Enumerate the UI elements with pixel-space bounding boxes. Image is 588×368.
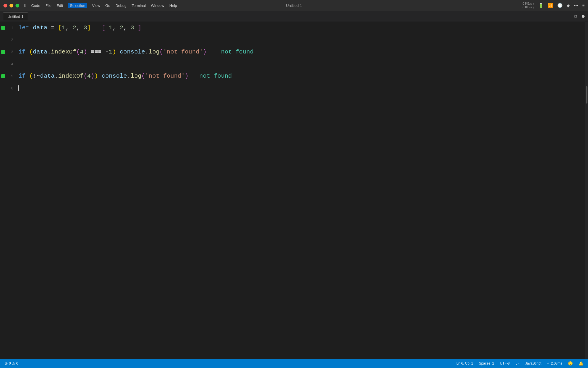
num-4a: 4 (80, 46, 84, 58)
num-1b: 1 (109, 22, 113, 34)
menu-selection[interactable]: Selection (68, 3, 87, 8)
menu-bar-left:  Code File Edit Selection View Go Debug… (3, 3, 177, 8)
apple-icon:  (24, 3, 26, 8)
comma4: , (123, 22, 131, 34)
dot1: . (47, 46, 51, 58)
comma1: , (65, 22, 73, 34)
paren-close1: ) (113, 46, 116, 58)
str-notfound2: 'not found' (145, 70, 185, 82)
output-notfound2: not found (188, 70, 232, 82)
scrollbar-thumb[interactable] (586, 86, 587, 103)
gutter-row-6: 6 (0, 82, 16, 94)
cursor (18, 85, 23, 91)
error-count[interactable]: ⊗ 0 ⚠ 0 (5, 361, 18, 366)
str-notfound1: 'not found' (163, 46, 203, 58)
warning-count-value: 0 (16, 361, 18, 365)
line-number-1: 1 (6, 26, 13, 30)
tab-left: Untitled-1 (3, 12, 28, 20)
menu-view[interactable]: View (92, 3, 100, 8)
menu-debug[interactable]: Debug (115, 3, 126, 8)
gutter: 1 2 3 4 5 6 (0, 22, 16, 359)
code-line-6 (16, 82, 585, 94)
op-bitnot: !~ (33, 70, 40, 82)
line-number-6: 6 (6, 86, 13, 91)
bracket-open2: [ (102, 22, 109, 34)
num-2a: 2 (73, 22, 76, 34)
smiley-icon[interactable]: 🙂 (568, 361, 573, 366)
method-indexof2: indexOf (58, 70, 84, 82)
window-title: Untitled-1 (286, 3, 302, 8)
line-ending[interactable]: LF (515, 361, 519, 365)
paren-close2: ) (84, 46, 87, 58)
list-icon: ≡ (582, 3, 585, 8)
minimize-button[interactable] (9, 4, 13, 7)
menu-bar:  Code File Edit Selection View Go Debug… (0, 0, 588, 11)
punc-sp2 (26, 70, 29, 82)
dot3: . (55, 70, 58, 82)
num-1c: 1 (109, 46, 113, 58)
bracket-close2: ] (134, 22, 141, 34)
spaces[interactable]: Spaces: 2 (479, 361, 494, 365)
num-4b: 4 (87, 70, 91, 82)
traffic-lights (3, 4, 19, 7)
more-icon: ••• (574, 3, 578, 8)
op-space1 (29, 22, 33, 34)
gutter-row-3: 3 (0, 46, 16, 58)
tab-untitled1[interactable]: Untitled-1 (3, 12, 28, 20)
space-after-paren2 (98, 70, 102, 82)
fn-log2: log (131, 70, 142, 82)
close-button[interactable] (3, 4, 7, 7)
paren-open4: ( (84, 70, 87, 82)
breakpoint-3[interactable] (1, 50, 5, 54)
comma2: , (76, 22, 84, 34)
code-line-2 (16, 34, 585, 46)
menu-help[interactable]: Help (169, 3, 177, 8)
var-data: data (33, 22, 47, 34)
num-3a: 3 (84, 22, 87, 34)
log-paren-close1: ) (203, 46, 207, 58)
status-bar-right: Ln 6, Col 1 Spaces: 2 UTF-8 LF JavaScrip… (457, 361, 583, 366)
menu-go[interactable]: Go (105, 3, 110, 8)
network-status: 0 KB/s ↑ 0 KB/s ↓ (523, 2, 534, 9)
keyword-if2: if (18, 70, 26, 82)
encoding[interactable]: UTF-8 (500, 361, 510, 365)
status-bar-left: ⊗ 0 ⚠ 0 (5, 361, 18, 366)
method-indexof1: indexOf (51, 46, 76, 58)
code-editor[interactable]: let data = [ 1 , 2 , 3 ] [ 1 , 2 , 3 ] i… (16, 22, 585, 359)
gutter-row-4: 4 (0, 58, 16, 70)
fn-log1: log (149, 46, 160, 58)
maximize-button[interactable] (16, 4, 19, 7)
menu-code[interactable]: Code (31, 3, 40, 8)
keyword-if1: if (18, 46, 26, 58)
space-after-paren (116, 46, 120, 58)
keyword-let: let (18, 22, 29, 34)
error-count-value: 0 (9, 361, 11, 365)
breakpoint-5[interactable] (1, 74, 5, 78)
dot2: . (145, 46, 149, 58)
log-paren-open2: ( (142, 70, 145, 82)
clock-icon: 🕐 (557, 3, 563, 8)
bracket-open1: [ (58, 22, 62, 34)
console1: console (120, 46, 145, 58)
ln-col[interactable]: Ln 6, Col 1 (457, 361, 473, 365)
scrollbar[interactable] (585, 22, 588, 359)
bell-icon[interactable]: 🔔 (579, 361, 583, 366)
comma3: , (113, 22, 120, 34)
tab-bar: Untitled-1 ⧉ (0, 11, 588, 22)
menu-terminal[interactable]: Terminal (131, 3, 146, 8)
var-data2: data (33, 46, 47, 58)
tab-right: ⧉ (574, 14, 585, 19)
language[interactable]: JavaScript (525, 361, 541, 365)
misc-icon: ◆ (567, 3, 570, 8)
menu-window[interactable]: Window (151, 3, 164, 8)
menu-file[interactable]: File (45, 3, 51, 8)
menu-bar-right: 0 KB/s ↑ 0 KB/s ↓ 🔋 📶 🕐 ◆ ••• ≡ (523, 2, 585, 9)
code-line-5: if ( !~ data . indexOf ( 4 ) ) console .… (16, 70, 585, 82)
paren-close3: ) (94, 70, 98, 82)
menu-edit[interactable]: Edit (57, 3, 63, 8)
console2: console (102, 70, 127, 82)
breakpoint-1[interactable] (1, 26, 5, 30)
paren-open2: ( (76, 46, 80, 58)
spaces1 (91, 22, 102, 34)
split-editor-icon[interactable]: ⧉ (574, 14, 577, 19)
